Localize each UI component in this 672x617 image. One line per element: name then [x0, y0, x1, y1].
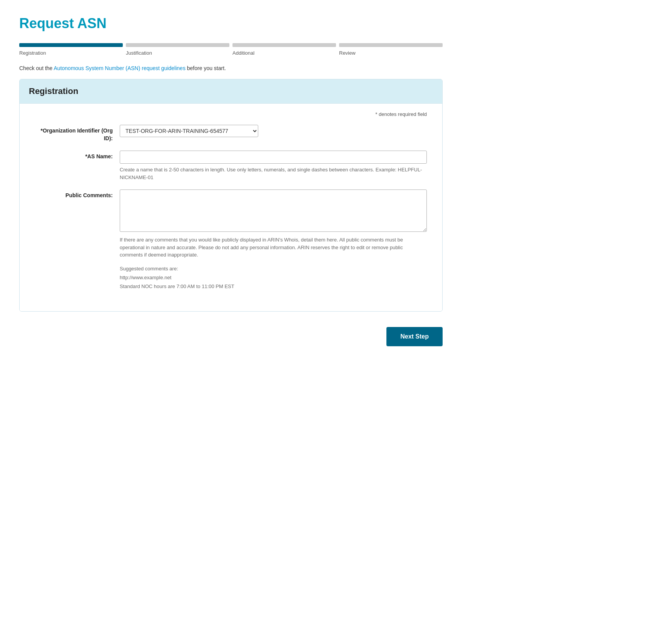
suggested-label: Suggested comments are: [120, 264, 427, 273]
asn-guidelines-link[interactable]: Autonomous System Number (ASN) request g… [54, 65, 186, 71]
progress-label-registration: Registration [19, 50, 123, 56]
registration-card: Registration * denotes required field *O… [19, 79, 443, 312]
page-title: Request ASN [19, 15, 443, 32]
progress-labels: Registration Justification Additional Re… [19, 50, 443, 56]
as-name-field-wrapper: Create a name that is 2-50 characters in… [120, 151, 427, 181]
progress-label-justification: Justification [126, 50, 229, 56]
org-id-label: *Organization Identifier (Org ID): [35, 125, 120, 142]
org-id-row: *Organization Identifier (Org ID): TEST-… [35, 125, 427, 142]
progress-step-justification [126, 43, 229, 47]
suggested-comments: Suggested comments are: http://www.examp… [120, 264, 427, 291]
as-name-hint: Create a name that is 2-50 characters in… [120, 166, 427, 181]
progress-step-registration [19, 43, 123, 47]
card-body: * denotes required field *Organization I… [20, 104, 442, 311]
progress-label-additional: Additional [232, 50, 336, 56]
suggested-line1: http://www.example.net [120, 273, 427, 282]
org-id-select[interactable]: TEST-ORG-FOR-ARIN-TRAINING-654577 [120, 125, 258, 137]
as-name-label: *AS Name: [35, 151, 120, 161]
progress-label-review: Review [339, 50, 443, 56]
public-comments-field-wrapper: If there are any comments that you would… [120, 189, 427, 291]
bottom-bar: Next Step [19, 323, 443, 346]
progress-step-review [339, 43, 443, 47]
public-comments-textarea[interactable] [120, 189, 427, 232]
public-comments-hint: If there are any comments that you would… [120, 236, 427, 259]
org-id-field-wrapper: TEST-ORG-FOR-ARIN-TRAINING-654577 [120, 125, 427, 137]
suggested-line2: Standard NOC hours are 7:00 AM to 11:00 … [120, 282, 427, 291]
as-name-input[interactable] [120, 151, 427, 164]
info-text: Check out the Autonomous System Number (… [19, 65, 443, 71]
as-name-row: *AS Name: Create a name that is 2-50 cha… [35, 151, 427, 181]
info-suffix: before you start. [186, 65, 226, 71]
next-step-button[interactable]: Next Step [386, 327, 443, 346]
public-comments-row: Public Comments: If there are any commen… [35, 189, 427, 291]
info-prefix: Check out the [19, 65, 54, 71]
public-comments-label: Public Comments: [35, 189, 120, 200]
card-header-title: Registration [29, 86, 78, 96]
progress-step-additional [232, 43, 336, 47]
card-header: Registration [20, 79, 442, 104]
progress-bar [19, 43, 443, 47]
required-note: * denotes required field [35, 111, 427, 117]
